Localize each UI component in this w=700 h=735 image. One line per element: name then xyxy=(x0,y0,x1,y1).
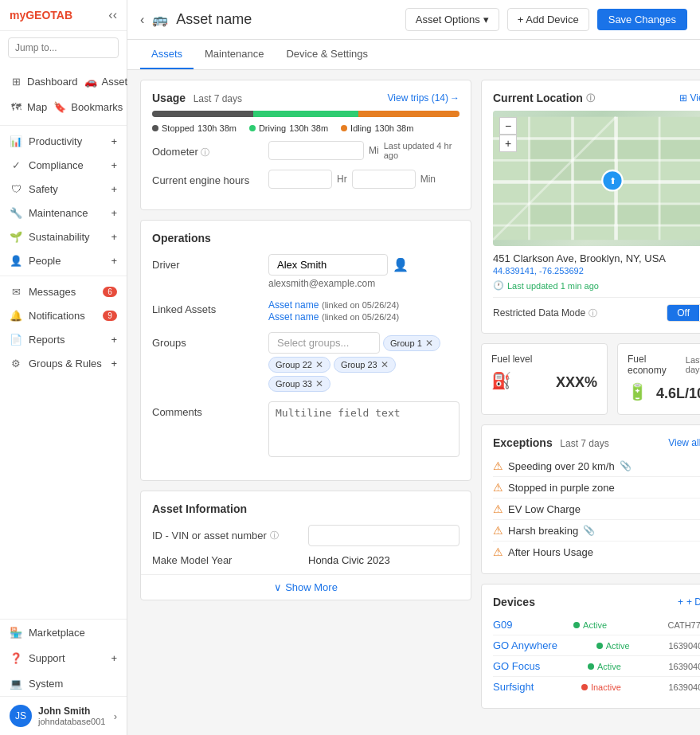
sidebar-item-messages[interactable]: ✉Messages 6 xyxy=(0,280,127,303)
usage-bar-stopped xyxy=(152,111,253,117)
fuel-row: Fuel level ⛽ XXX% Fuel economy Last 30 d… xyxy=(481,343,700,415)
driver-email: alexsmith@example.com xyxy=(268,278,459,289)
device-name[interactable]: G09 xyxy=(493,619,513,631)
exception-row: ⚠ Speeding over 20 km/h 📎 7 times xyxy=(493,455,700,477)
comments-row: Comments Multiline field text xyxy=(152,401,459,459)
sidebar-item-sustainability[interactable]: 🌱Sustainability + xyxy=(0,225,127,248)
asset-options-button[interactable]: Asset Options ▾ xyxy=(405,8,499,31)
tab-device-settings[interactable]: Device & Settings xyxy=(275,40,379,69)
groups-select[interactable]: Select groups... xyxy=(268,332,380,354)
sidebar-item-marketplace[interactable]: 🏪 Marketplace xyxy=(0,620,127,645)
svg-text:⬆: ⬆ xyxy=(609,176,616,186)
zoom-in-button[interactable]: + xyxy=(499,135,517,152)
sidebar-item-dashboard[interactable]: ⊞ Dashboard xyxy=(10,71,78,92)
sidebar-item-compliance[interactable]: ✓Compliance + xyxy=(0,153,127,177)
notifications-icon: 🔔 xyxy=(10,309,22,322)
fuel-icon: ⛽ xyxy=(491,371,511,390)
sidebar-item-groups-rules[interactable]: ⚙Groups & Rules + xyxy=(0,351,127,375)
sidebar-item-maintenance[interactable]: 🔧Maintenance + xyxy=(0,201,127,225)
sidebar-item-assets[interactable]: 🚗 Assets xyxy=(84,71,133,92)
asset-id-input[interactable] xyxy=(308,525,459,546)
comments-textarea[interactable]: Multiline field text xyxy=(268,401,459,457)
odometer-label: Odometer ⓘ xyxy=(152,141,256,158)
driving-dot xyxy=(249,125,256,131)
engine-hours-input[interactable] xyxy=(268,170,332,189)
tag-close-group22[interactable]: ✕ xyxy=(315,359,323,370)
sidebar-item-support[interactable]: ❓ Support + xyxy=(0,645,127,670)
device-name[interactable]: GO Focus xyxy=(493,660,540,672)
save-changes-button[interactable]: Save Changes xyxy=(597,9,687,30)
fuel-economy-icon: 🔋 xyxy=(628,382,647,401)
toggle-off-button[interactable]: Off xyxy=(667,305,699,321)
exception-row: ⚠ Stopped in purple zone 7 times xyxy=(493,477,700,498)
warning-icon: ⚠ xyxy=(493,545,503,558)
user-name: John Smith xyxy=(38,706,105,717)
sidebar-item-productivity[interactable]: 📊Productivity + xyxy=(0,129,127,153)
view-map-link[interactable]: ⊞ View Map xyxy=(679,92,700,104)
device-row: Surfsight Inactive 1639040248856 xyxy=(493,677,700,697)
tag-close-group1[interactable]: ✕ xyxy=(425,338,433,349)
tag-close-group23[interactable]: ✕ xyxy=(381,359,389,370)
engine-hours-label: Current engine hours xyxy=(152,170,256,186)
device-name[interactable]: Surfsight xyxy=(493,681,534,693)
device-name[interactable]: GO Anywhere xyxy=(493,639,557,651)
view-trips-link[interactable]: View trips (14) → xyxy=(388,92,459,104)
svg-rect-15 xyxy=(617,140,658,159)
clip-icon: 📎 xyxy=(583,525,595,536)
zoom-out-button[interactable]: − xyxy=(499,117,517,135)
system-icon: 💻 xyxy=(10,677,22,690)
info-icon: ⓘ xyxy=(586,92,595,104)
location-coords[interactable]: 44.839141, -76.253692 xyxy=(493,266,700,276)
sidebar-item-people[interactable]: 👤People + xyxy=(0,248,127,272)
sidebar-item-map[interactable]: 🗺 Map xyxy=(10,96,47,117)
clock-icon: 🕐 xyxy=(493,280,504,291)
exceptions-header: Exceptions Last 7 days View all (14) → xyxy=(493,436,700,449)
sidebar-item-reports[interactable]: 📄Reports + xyxy=(0,327,127,351)
driver-icon-button[interactable]: 👤 xyxy=(393,257,409,272)
add-device-link[interactable]: + + Device ▾ xyxy=(678,596,700,608)
linked-assets-control: Asset name (linked on 05/26/24) Asset na… xyxy=(268,299,459,323)
devices-card: Devices + + Device ▾ G09 Active CATH77Y8… xyxy=(481,584,700,709)
odometer-input[interactable] xyxy=(268,141,364,160)
legend-idling: Idling 130h 38m xyxy=(341,123,413,133)
tab-maintenance[interactable]: Maintenance xyxy=(194,40,275,69)
warning-icon: ⚠ xyxy=(493,502,503,515)
sidebar-item-bookmarks[interactable]: 🔖 Bookmarks xyxy=(53,96,123,117)
user-profile[interactable]: JS John Smith johndatabase001 › xyxy=(0,696,127,735)
operations-card: Operations Driver Alex Smith 👤 alex xyxy=(140,220,471,481)
usage-title: Usage xyxy=(152,92,186,104)
exceptions-title: Exceptions xyxy=(493,436,553,449)
marketplace-icon: 🏪 xyxy=(10,626,22,639)
search-input[interactable] xyxy=(8,37,119,58)
exception-row: ⚠ Harsh breaking 📎 7 times xyxy=(493,520,700,541)
sidebar-item-safety[interactable]: 🛡Safety + xyxy=(0,177,127,201)
exceptions-card: Exceptions Last 7 days View all (14) → ⚠… xyxy=(481,424,700,574)
engine-minutes-input[interactable] xyxy=(352,170,416,189)
status-dot xyxy=(573,622,580,628)
collapse-button[interactable]: ‹‹ xyxy=(108,8,117,22)
svg-rect-11 xyxy=(530,140,571,159)
add-device-button[interactable]: + Add Device xyxy=(507,8,589,31)
show-more-button[interactable]: ∨ Show More xyxy=(141,574,471,600)
groups-container: Select groups... Group 1 ✕ Group 22 ✕ xyxy=(268,332,459,392)
sidebar-item-label: Dashboard xyxy=(27,76,78,88)
warning-icon: ⚠ xyxy=(493,481,503,494)
tab-assets[interactable]: Assets xyxy=(140,40,194,69)
back-button[interactable]: ‹ xyxy=(140,13,144,27)
asset-id-row: ID - VIN or asset number ⓘ xyxy=(152,525,459,546)
toggle-group: Off On xyxy=(667,304,700,322)
device-row: G09 Active CATH77Y81ZT3 xyxy=(493,615,700,635)
legend-stopped: Stopped 130h 38m xyxy=(152,123,237,133)
messages-icon: ✉ xyxy=(10,285,22,298)
tag-group33: Group 33 ✕ xyxy=(268,376,330,392)
usage-bar-driving xyxy=(253,111,358,117)
view-all-exceptions-link[interactable]: View all (14) → xyxy=(668,437,700,448)
devices-title: Devices xyxy=(493,596,535,608)
plus-icon: + xyxy=(678,596,683,608)
sidebar-item-system[interactable]: 💻 System xyxy=(0,670,127,696)
tag-close-group33[interactable]: ✕ xyxy=(315,378,323,389)
restricted-data-mode: Restricted Data Mode ⓘ Off On xyxy=(493,297,700,322)
sidebar-item-notifications[interactable]: 🔔Notifications 9 xyxy=(0,303,127,327)
svg-rect-20 xyxy=(661,205,700,225)
driver-select[interactable]: Alex Smith xyxy=(268,254,388,276)
